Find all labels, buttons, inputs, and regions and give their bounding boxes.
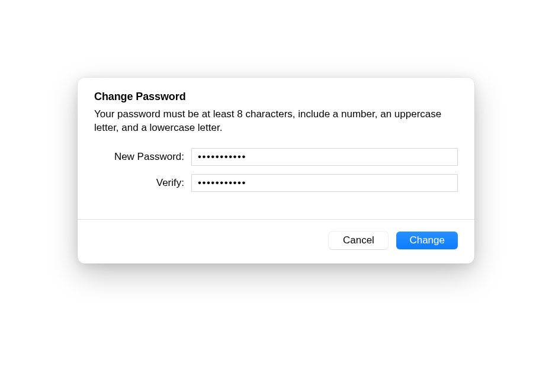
dialog-description: Your password must be at least 8 charact… [94, 108, 458, 135]
verify-password-input[interactable] [191, 174, 458, 192]
verify-password-row: Verify: [94, 174, 458, 192]
new-password-input[interactable] [191, 148, 458, 166]
verify-password-label: Verify: [94, 177, 191, 189]
change-button[interactable]: Change [396, 232, 458, 249]
dialog-content: Change Password Your password must be at… [78, 78, 474, 219]
dialog-footer: Cancel Change [78, 219, 474, 264]
new-password-row: New Password: [94, 148, 458, 166]
change-password-dialog: Change Password Your password must be at… [78, 78, 474, 264]
dialog-title: Change Password [94, 91, 458, 103]
new-password-label: New Password: [94, 151, 191, 163]
cancel-button[interactable]: Cancel [329, 232, 388, 249]
